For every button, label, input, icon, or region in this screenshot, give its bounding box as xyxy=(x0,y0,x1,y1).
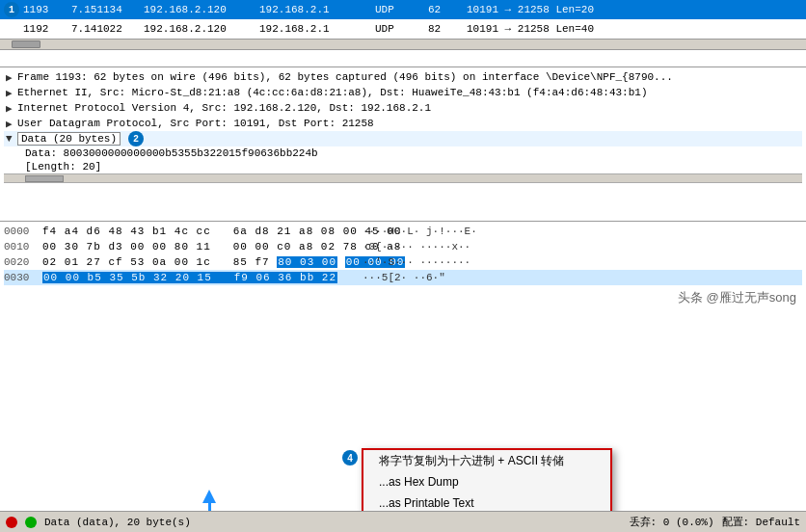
status-indicator-green xyxy=(25,517,37,528)
status-text: Data (data), 20 byte(s) xyxy=(44,517,191,528)
detail-scrollbar-thumb[interactable] xyxy=(25,175,64,182)
expand-arrow: ▶ xyxy=(6,102,17,115)
packet-proto: UDP xyxy=(375,4,428,15)
packet-len: 82 xyxy=(428,23,467,35)
main-container: 1 1193 7.151134 192.168.2.120 192.168.2.… xyxy=(0,0,806,532)
context-menu: 将字节复制为十六进制 + ASCII 转储 ...as Hex Dump ...… xyxy=(362,448,612,511)
packet-dst: 192.168.2.1 xyxy=(259,4,375,15)
expand-arrow: ▶ xyxy=(6,71,17,84)
status-indicator-red xyxy=(6,517,17,528)
hex-row-0030[interactable]: 0030 00 00 b5 35 5b 32 20 15 f9 06 36 bb… xyxy=(4,270,802,285)
data-label: Data (20 bytes) xyxy=(17,132,121,146)
ctx-hex-ascii-copy[interactable]: 将字节复制为十六进制 + ASCII 转储 xyxy=(363,450,610,471)
detail-ip-text: Internet Protocol Version 4, Src: 192.16… xyxy=(17,102,431,114)
detail-ip[interactable]: ▶ Internet Protocol Version 4, Src: 192.… xyxy=(4,100,802,116)
hex-row-0000[interactable]: 0000 f4 a4 d6 48 43 b1 4c cc 6a d8 21 a8… xyxy=(4,224,802,239)
packet-num: 1192 xyxy=(23,23,71,35)
hex-row-0020[interactable]: 0020 02 01 27 cf 53 0a 00 1c 85 f7 80 03… xyxy=(4,254,802,270)
detail-frame-text: Frame 1193: 62 bytes on wire (496 bits),… xyxy=(17,71,673,83)
data-length: [Length: 20] xyxy=(4,160,802,173)
status-config: 配置: Default xyxy=(722,515,800,529)
packet-src: 192.168.2.120 xyxy=(144,23,259,35)
packet-src: 192.168.2.120 xyxy=(144,4,259,15)
detail-ethernet[interactable]: ▶ Ethernet II, Src: Micro-St_d8:21:a8 (4… xyxy=(4,85,802,100)
packet-time: 7.151134 xyxy=(71,4,144,15)
annotation-1: 1 xyxy=(4,2,19,17)
packet-row-selected[interactable]: 1 1193 7.151134 192.168.2.120 192.168.2.… xyxy=(0,0,806,19)
hex-bytes: 00 00 b5 35 5b 32 20 15 f9 06 36 bb 22 xyxy=(42,272,351,283)
expand-arrow: ▼ xyxy=(6,133,17,145)
annotation-4-container: 4 xyxy=(342,450,362,466)
packet-row[interactable]: 1192 7.141022 192.168.2.120 192.168.2.1 … xyxy=(0,19,806,39)
hex-ascii: ····HC·L· j·!···E· xyxy=(363,226,477,237)
scrollbar-thumb[interactable] xyxy=(12,40,40,48)
hex-bytes: f4 a4 d6 48 43 b1 4c cc 6a d8 21 a8 08 0… xyxy=(42,226,351,237)
ctx-item-label: ...as Hex Dump xyxy=(379,475,459,489)
annotation-2: 2 xyxy=(128,131,144,146)
blue-arrow-up-icon xyxy=(202,490,216,503)
hex-ascii: ···5[2· ··6·" xyxy=(363,272,445,283)
detail-udp[interactable]: ▶ User Datagram Protocol, Src Port: 1019… xyxy=(4,116,802,131)
packet-len: 62 xyxy=(428,4,467,15)
ctx-as-printable[interactable]: ...as Printable Text xyxy=(363,492,610,511)
status-bar: Data (data), 20 byte(s) 丢弃: 0 (0.0%) 配置:… xyxy=(0,511,806,532)
hex-ascii: ··'·S··· ········ xyxy=(363,256,470,268)
annotation-4: 4 xyxy=(342,450,358,466)
data-hex-value: Data: 8003000000000000b5355b322015f90636… xyxy=(4,146,802,160)
packet-time: 7.141022 xyxy=(71,23,144,35)
hex-offset: 0000 xyxy=(4,226,42,237)
detail-ethernet-text: Ethernet II, Src: Micro-St_d8:21:a8 (4c:… xyxy=(17,87,648,98)
hex-bytes: 02 01 27 cf 53 0a 00 1c 85 f7 80 03 00 0… xyxy=(42,256,351,268)
hex-pane: 0000 f4 a4 d6 48 43 b1 4c cc 6a d8 21 a8… xyxy=(0,222,806,511)
detail-data[interactable]: ▼ Data (20 bytes) 2 xyxy=(4,131,802,146)
status-drop: 丢弃: 0 (0.0%) xyxy=(630,515,714,529)
detail-scrollbar[interactable] xyxy=(4,173,802,183)
detail-pane: ▶ Frame 1193: 62 bytes on wire (496 bits… xyxy=(0,67,806,222)
hex-ascii: ·0{····· ·····x·· xyxy=(363,241,470,253)
blue-arrow-stem xyxy=(208,503,211,511)
packet-info: 10191 → 21258 Len=20 xyxy=(467,4,802,15)
packet-num: 1193 xyxy=(23,4,71,15)
detail-frame[interactable]: ▶ Frame 1193: 62 bytes on wire (496 bits… xyxy=(4,69,802,85)
packet-list: 1 1193 7.151134 192.168.2.120 192.168.2.… xyxy=(0,0,806,67)
hex-offset: 0030 xyxy=(4,272,42,283)
hex-offset: 0020 xyxy=(4,256,42,268)
hex-bytes: 00 30 7b d3 00 00 80 11 00 00 c0 a8 02 7… xyxy=(42,241,351,253)
hex-offset: 0010 xyxy=(4,241,42,253)
packet-dst: 192.168.2.1 xyxy=(259,23,375,35)
blue-arrow-container xyxy=(202,490,216,511)
packet-proto: UDP xyxy=(375,23,428,35)
ctx-item-label: ...as Printable Text xyxy=(379,496,474,510)
detail-udp-text: User Datagram Protocol, Src Port: 10191,… xyxy=(17,118,374,129)
expand-arrow: ▶ xyxy=(6,87,17,99)
ctx-as-hex-dump[interactable]: ...as Hex Dump xyxy=(363,471,610,492)
ctx-item-label: 将字节复制为十六进制 + ASCII 转储 xyxy=(379,453,564,469)
packet-info: 10191 → 21258 Len=40 xyxy=(467,23,802,35)
packet-scrollbar[interactable] xyxy=(0,39,806,50)
expand-arrow: ▶ xyxy=(6,118,17,130)
hex-row-0010[interactable]: 0010 00 30 7b d3 00 00 80 11 00 00 c0 a8… xyxy=(4,239,802,254)
